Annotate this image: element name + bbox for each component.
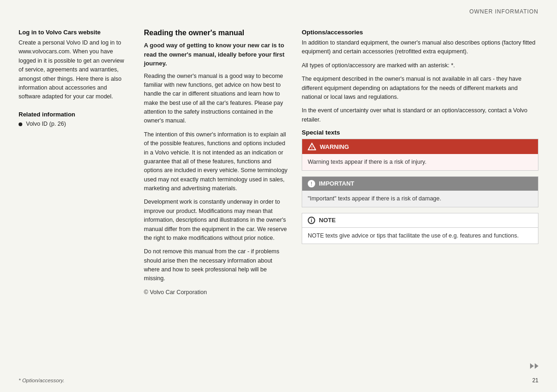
header-title: OWNER INFORMATION — [469, 8, 538, 15]
options-p4: In the event of uncertainty over what is… — [302, 106, 538, 124]
reading-manual-heading: Reading the owner's manual — [144, 29, 288, 37]
important-label: IMPORTANT — [319, 180, 354, 187]
col-right: Options/accessories In addition to stand… — [302, 29, 538, 363]
col-middle: Reading the owner's manual A good way of… — [144, 29, 302, 363]
log-in-heading: Log in to Volvo Cars website — [19, 29, 130, 36]
important-box: ! IMPORTANT "Important" texts appear if … — [302, 176, 538, 207]
related-info-section: Related information Volvo ID (p. 26) — [19, 111, 130, 127]
reading-manual-p1: Reading the owner's manual is a good way… — [144, 72, 288, 126]
reading-manual-p2: The intention of this owner's informatio… — [144, 130, 288, 193]
arrow-right-icon-2 — [535, 363, 538, 369]
options-p1: In addition to standard equipment, the o… — [302, 39, 538, 57]
special-texts-section: Special texts ! WARNING Warning texts ap… — [302, 129, 538, 244]
related-info-heading: Related information — [19, 111, 130, 118]
note-body: NOTE texts give advice or tips that faci… — [302, 228, 538, 244]
header: OWNER INFORMATION — [0, 0, 557, 19]
important-circle-icon: ! — [308, 180, 315, 187]
footer: * Option/accessory. 21 — [0, 377, 557, 384]
note-label: NOTE — [319, 217, 336, 224]
options-p3: The equipment described in the owner's m… — [302, 75, 538, 102]
footer-note: * Option/accessory. — [19, 378, 65, 383]
special-texts-heading: Special texts — [302, 129, 538, 136]
bullet-dot-icon — [19, 122, 22, 126]
options-p2: All types of option/accessory are marked… — [302, 61, 538, 70]
reading-manual-p4: Do not remove this manual from the car -… — [144, 247, 288, 283]
note-header: i NOTE — [302, 213, 538, 228]
list-item: Volvo ID (p. 26) — [19, 121, 130, 127]
related-info-list: Volvo ID (p. 26) — [19, 121, 130, 127]
warning-triangle-icon: ! — [308, 142, 316, 151]
important-header: ! IMPORTANT — [302, 177, 538, 191]
svg-text:!: ! — [311, 145, 313, 150]
main-content: Log in to Volvo Cars website Create a pe… — [0, 19, 557, 367]
copyright: © Volvo Car Corporation — [144, 288, 288, 297]
page: OWNER INFORMATION Log in to Volvo Cars w… — [0, 0, 557, 392]
footer-page: 21 — [532, 377, 538, 384]
arrow-right-icon-1 — [530, 363, 534, 369]
options-section: Options/accessories In addition to stand… — [302, 29, 538, 124]
navigation-arrows — [530, 363, 538, 369]
warning-label: WARNING — [320, 143, 349, 150]
note-box: i NOTE NOTE texts give advice or tips th… — [302, 213, 538, 244]
options-heading: Options/accessories — [302, 29, 538, 36]
warning-body: Warning texts appear if there is a risk … — [302, 154, 538, 170]
reading-manual-p3: Development work is constantly underway … — [144, 198, 288, 243]
note-circle-icon: i — [308, 217, 315, 224]
log-in-body: Create a personal Volvo ID and log in to… — [19, 39, 130, 102]
col-left: Log in to Volvo Cars website Create a pe… — [19, 29, 144, 363]
bullet-text: Volvo ID (p. 26) — [26, 121, 66, 127]
reading-manual-intro: A good way of getting to know your new c… — [144, 41, 288, 68]
important-body: "Important" texts appear if there is a r… — [302, 191, 538, 207]
warning-box: ! WARNING Warning texts appear if there … — [302, 139, 538, 171]
warning-header: ! WARNING — [302, 139, 538, 154]
